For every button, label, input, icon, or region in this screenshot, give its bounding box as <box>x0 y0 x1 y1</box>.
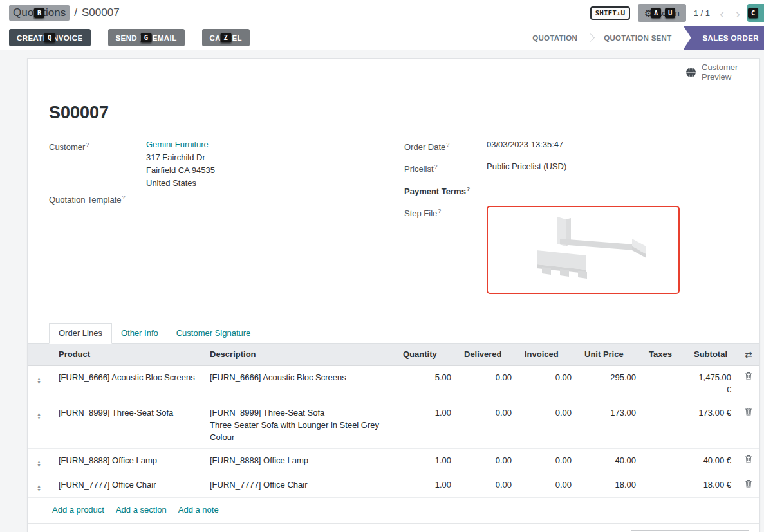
invoiced-cell[interactable]: 0.00 <box>518 448 578 473</box>
breadcrumb-bar: Quotations B / S00007 SHIFT+U ⚙ Action A… <box>0 0 764 26</box>
table-row: [FURN_8999] Three-Seat Sofa [FURN_8999] … <box>28 401 759 448</box>
drag-handle-icon[interactable] <box>37 412 41 420</box>
quantity-cell[interactable]: 1.00 <box>396 473 458 497</box>
taxes-cell[interactable] <box>642 401 687 448</box>
add-section-link[interactable]: Add a section <box>116 505 167 515</box>
optional-columns-header: ⇄ <box>738 344 759 366</box>
drag-handle-icon[interactable] <box>37 460 41 468</box>
customer-address-line: United States <box>146 177 215 190</box>
unit-price-cell[interactable]: 40.00 <box>578 448 642 473</box>
column-header-unit-price[interactable]: Unit Price <box>578 344 642 366</box>
invoiced-cell[interactable]: 0.00 <box>518 401 578 448</box>
drag-handle-cell <box>28 401 52 448</box>
customer-address-line: 317 Fairchild Dr <box>146 151 215 164</box>
quantity-cell[interactable]: 1.00 <box>396 401 458 448</box>
product-cell[interactable]: [FURN_6666] Acoustic Bloc Screens <box>52 365 203 401</box>
drag-handle-icon[interactable] <box>37 484 41 492</box>
invoiced-cell[interactable]: 0.00 <box>518 365 578 401</box>
column-header-description[interactable]: Description <box>203 344 396 366</box>
order-date-field-label: Order Date? <box>404 138 487 154</box>
delivered-cell[interactable]: 0.00 <box>458 401 518 448</box>
delivered-cell[interactable]: 0.00 <box>458 473 518 497</box>
optional-columns-icon[interactable]: ⇄ <box>745 349 752 360</box>
pricelist-field-label: Pricelist? <box>404 160 487 176</box>
action-menu-button[interactable]: ⚙ Action A U <box>638 4 686 22</box>
taxes-cell[interactable] <box>642 365 687 401</box>
drag-handle-icon[interactable] <box>37 377 41 385</box>
pricelist-field-value[interactable]: Public Pricelist (USD) <box>487 160 566 176</box>
customer-link[interactable]: Gemini Furniture <box>146 140 209 149</box>
help-icon: ? <box>446 142 449 148</box>
add-note-link[interactable]: Add a note <box>178 505 219 515</box>
add-product-link[interactable]: Add a product <box>52 505 104 515</box>
field-column-right: Order Date? 03/03/2023 13:35:47 Pricelis… <box>404 138 738 300</box>
unit-price-cell[interactable]: 295.00 <box>578 365 642 401</box>
description-cell[interactable]: [FURN_6666] Acoustic Bloc Screens <box>203 365 396 401</box>
taxes-cell[interactable] <box>642 448 687 473</box>
invoiced-cell[interactable]: 0.00 <box>518 473 578 497</box>
quantity-cell[interactable]: 1.00 <box>396 448 458 473</box>
customer-field-value: Gemini Furniture 317 Fairchild Dr Fairfi… <box>146 138 215 190</box>
column-header-quantity[interactable]: Quantity <box>396 344 458 366</box>
quantity-cell[interactable]: 5.00 <box>396 365 458 401</box>
taxes-cell[interactable] <box>642 473 687 497</box>
cancel-button[interactable]: CANCEL Z <box>202 29 250 46</box>
description-cell[interactable]: [FURN_7777] Office Chair <box>203 473 396 497</box>
drag-handle-cell <box>28 365 52 401</box>
stage-sales-order[interactable]: SALES ORDER <box>684 26 764 50</box>
subtotal-cell: 40.00 € <box>687 448 738 473</box>
stage-quotation-sent[interactable]: QUOTATION SENT <box>604 34 671 42</box>
delete-row-cell[interactable] <box>738 365 759 401</box>
delivered-cell[interactable]: 0.00 <box>458 365 518 401</box>
unit-price-cell[interactable]: 173.00 <box>578 401 642 448</box>
unit-price-cell[interactable]: 18.00 <box>578 473 642 497</box>
table-row: [FURN_6666] Acoustic Bloc Screens [FURN_… <box>28 365 759 401</box>
help-icon: ? <box>86 142 89 148</box>
subtotal-cell: 18.00 € <box>687 473 738 497</box>
breadcrumb-quotations-link[interactable]: Quotations B <box>9 5 70 21</box>
stage-quotation[interactable]: QUOTATION <box>532 34 577 42</box>
tab-other-info[interactable]: Other Info <box>112 324 167 343</box>
shortcut-badge-action-u: U <box>665 8 675 18</box>
create-invoice-button[interactable]: CREATE INVOICE Q <box>9 29 91 46</box>
product-cell[interactable]: [FURN_8888] Office Lamp <box>52 448 203 473</box>
send-by-email-button[interactable]: SEND BY EMAIL G <box>108 29 185 46</box>
column-header-product[interactable]: Product <box>52 344 203 366</box>
customer-preview-button[interactable]: Customer Preview <box>702 62 748 82</box>
line-add-links: Add a product Add a section Add a note <box>28 498 759 524</box>
description-cell[interactable]: [FURN_8888] Office Lamp <box>203 448 396 473</box>
tab-order-lines[interactable]: Order Lines <box>49 323 112 344</box>
customer-field-row: Customer? Gemini Furniture 317 Fairchild… <box>49 138 404 190</box>
create-button[interactable]: C <box>747 4 764 22</box>
shortcut-badge-action-a: A <box>651 8 661 18</box>
payment-terms-field-label: Payment Terms? <box>404 183 487 198</box>
description-cell[interactable]: [FURN_8999] Three-Seat Sofa Three Seater… <box>203 401 396 448</box>
stage-separator-icon <box>586 33 595 42</box>
column-header-subtotal[interactable]: Subtotal <box>687 344 738 366</box>
chevron-left-icon[interactable]: ‹ <box>718 6 726 20</box>
delete-row-cell[interactable] <box>738 448 759 473</box>
page-title: S00007 <box>49 103 738 123</box>
product-cell[interactable]: [FURN_7777] Office Chair <box>52 473 203 497</box>
pager-value[interactable]: 1 / 1 <box>694 8 710 18</box>
chevron-right-icon[interactable]: › <box>734 6 742 20</box>
step-file-image[interactable] <box>487 206 680 294</box>
field-groups: Customer? Gemini Furniture 317 Fairchild… <box>49 138 738 300</box>
help-icon: ? <box>434 163 438 170</box>
step-file-field-label: Step File? <box>404 205 487 294</box>
globe-icon <box>685 67 696 78</box>
tab-customer-signature[interactable]: Customer Signature <box>167 324 260 343</box>
delivered-cell[interactable]: 0.00 <box>458 448 518 473</box>
column-header-taxes[interactable]: Taxes <box>642 344 687 366</box>
pricelist-field-row: Pricelist? Public Pricelist (USD) <box>404 160 738 176</box>
shortcut-key-shift-u: SHIFT+U <box>590 6 630 20</box>
step-file-field-row: Step File? <box>404 205 738 294</box>
order-date-field-value[interactable]: 03/03/2023 13:35:47 <box>487 138 563 154</box>
column-header-delivered[interactable]: Delivered <box>458 344 518 366</box>
customer-field-label: Customer? <box>49 138 146 190</box>
delete-row-cell[interactable] <box>738 473 759 497</box>
column-header-invoiced[interactable]: Invoiced <box>518 344 578 366</box>
trash-icon <box>745 407 752 416</box>
delete-row-cell[interactable] <box>738 401 759 448</box>
product-cell[interactable]: [FURN_8999] Three-Seat Sofa <box>52 401 203 448</box>
